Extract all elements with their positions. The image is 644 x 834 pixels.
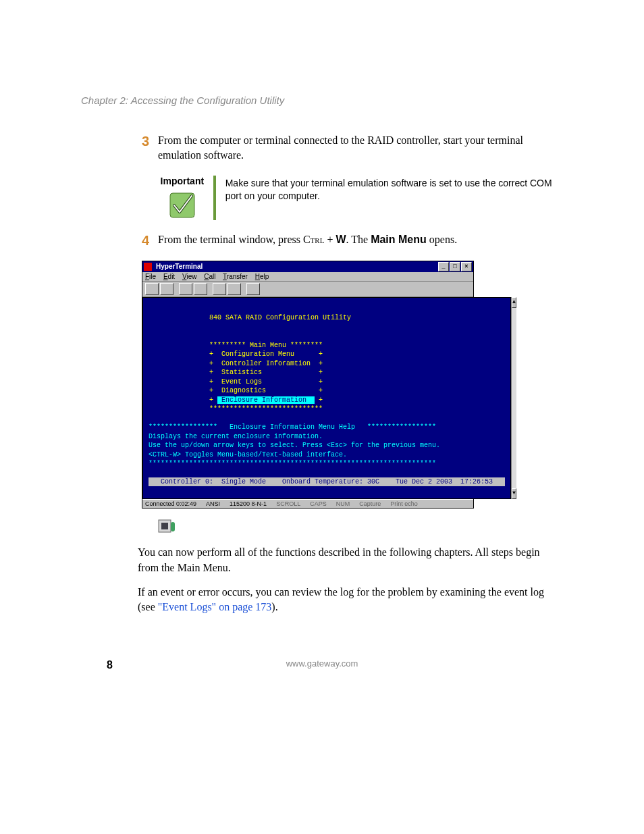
text: From the terminal window, press — [158, 234, 303, 245]
window-title: HyperTerminal — [155, 263, 437, 270]
term-help-line: <CTRL-W> Toggles Menu-based/Text-based i… — [149, 451, 347, 459]
toolbar-new-icon[interactable] — [145, 283, 159, 295]
main-menu-label: Main Menu — [371, 234, 427, 245]
step-text: From the terminal window, press Ctrl + W… — [158, 232, 563, 249]
status-connected: Connected 0:02:49 — [145, 500, 196, 507]
term-line: + Statistics + — [149, 369, 323, 376]
selected-menu-item: Enclosure Information — [217, 396, 315, 404]
toolbar-send-icon[interactable] — [213, 283, 226, 295]
toolbar-connect-icon[interactable] — [179, 283, 192, 295]
chapter-header: Chapter 2: Accessing the Configuration U… — [81, 95, 563, 106]
maximize-button[interactable]: □ — [450, 262, 460, 271]
step-number: 4 — [142, 232, 158, 249]
step-number: 3 — [142, 133, 158, 163]
status-printecho: Print echo — [390, 500, 418, 507]
status-num: NUM — [336, 500, 350, 507]
menu-edit[interactable]: Edit — [163, 273, 175, 280]
text: + — [324, 234, 336, 245]
status-caps: CAPS — [310, 500, 327, 507]
text: . The — [346, 234, 371, 245]
important-callout: Important Make sure that your terminal e… — [158, 176, 563, 220]
toolbar-properties-icon[interactable] — [246, 283, 260, 295]
menu-help[interactable]: Help — [255, 273, 269, 280]
status-encoding: ANSI — [206, 500, 220, 507]
status-scroll: SCROLL — [276, 500, 300, 507]
term-line: + Controller Inforamtion + — [149, 360, 323, 367]
scroll-up-icon[interactable]: ▲ — [512, 297, 516, 308]
important-label: Important — [158, 176, 207, 186]
svg-rect-3 — [171, 522, 175, 531]
menu-call[interactable]: Call — [204, 273, 215, 280]
body-paragraph: You can now perform all of the functions… — [138, 545, 563, 575]
menu-file[interactable]: File — [145, 273, 156, 280]
status-bar: Connected 0:02:49 ANSI 115200 8-N-1 SCRO… — [142, 499, 473, 508]
key-w: W — [336, 234, 346, 245]
important-text: Make sure that your terminal emulation s… — [225, 176, 563, 220]
toolbar-receive-icon[interactable] — [227, 283, 241, 295]
vertical-bar — [213, 176, 216, 220]
toolbar-open-icon[interactable] — [160, 283, 173, 295]
step-3: 3 From the computer or terminal connecte… — [142, 133, 563, 163]
term-line: + Event Logs + — [149, 378, 323, 386]
footer-url: www.gateway.com — [0, 658, 644, 669]
step-4: 4 From the terminal window, press Ctrl +… — [142, 232, 563, 249]
menu-transfer[interactable]: Transfer — [223, 273, 248, 280]
checkmark-icon — [167, 190, 197, 220]
menu-bar: File Edit View Call Transfer Help — [142, 272, 473, 282]
term-line: **************************** — [149, 405, 323, 413]
scroll-track[interactable] — [512, 308, 516, 489]
text: opens. — [427, 234, 457, 245]
menu-view[interactable]: View — [182, 273, 197, 280]
scroll-down-icon[interactable]: ▼ — [512, 488, 516, 499]
term-line: + Configuration Menu + — [149, 350, 323, 358]
term-help-header: ***************** Enclosure Information … — [149, 423, 436, 431]
minimize-button[interactable]: _ — [438, 262, 449, 271]
toolbar — [142, 282, 473, 297]
toolbar-disconnect-icon[interactable] — [194, 283, 207, 295]
app-icon — [144, 263, 152, 271]
term-help-line: Use the up/down arrow keys to select. Pr… — [149, 442, 440, 449]
terminal-output[interactable]: 840 SATA RAID Configuration Utility ****… — [142, 297, 511, 500]
term-help-stars: ****************************************… — [149, 460, 436, 467]
status-settings: 115200 8-N-1 — [230, 500, 267, 507]
event-logs-link[interactable]: "Event Logs" on page 173 — [158, 601, 272, 613]
hyperterminal-screenshot: HyperTerminal _ □ × File Edit View Call … — [142, 261, 474, 509]
term-line: ********* Main Menu ******** — [149, 342, 323, 349]
body-paragraph: If an event or error occurs, you can rev… — [138, 585, 563, 615]
term-help-line: Displays the current enclosure informati… — [149, 433, 323, 440]
term-line: + Enclosure Information + — [149, 396, 323, 404]
status-capture: Capture — [359, 500, 381, 507]
svg-rect-2 — [161, 523, 168, 529]
window-titlebar: HyperTerminal _ □ × — [142, 261, 473, 272]
key-ctrl: Ctrl — [303, 234, 324, 245]
close-button[interactable]: × — [461, 262, 472, 271]
term-line: + Diagnostics + — [149, 387, 323, 394]
step-text: From the computer or terminal connected … — [158, 133, 563, 163]
text: ). — [271, 601, 277, 613]
scrollbar[interactable]: ▲ ▼ — [511, 297, 516, 500]
term-status-line: Controller 0: Single Mode Onboard Temper… — [149, 477, 505, 486]
term-line: 840 SATA RAID Configuration Utility — [149, 314, 351, 321]
end-of-steps-icon — [158, 518, 563, 534]
